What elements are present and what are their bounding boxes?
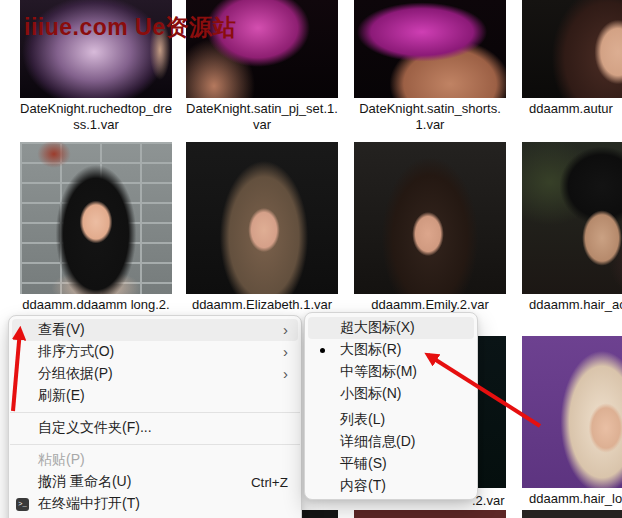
menu-separator — [10, 412, 300, 413]
file-thumbnail — [20, 142, 172, 294]
menu-item-paste[interactable]: 粘贴(P) — [12, 449, 298, 471]
submenu-item-large-icons[interactable]: 大图标(R) — [308, 339, 474, 361]
menu-item-label: 小图标(N) — [340, 385, 401, 403]
file-name: ddaamm.Elizabeth.1.var — [186, 297, 338, 313]
file-item[interactable]: DateKnight.satin_shorts.1.var — [354, 0, 506, 133]
file-item[interactable]: ddaamm.autur — [522, 0, 622, 117]
chevron-right-icon: › — [283, 344, 288, 359]
terminal-icon: >_ — [16, 498, 29, 511]
file-thumbnail — [522, 336, 622, 488]
file-thumbnail[interactable] — [354, 510, 506, 518]
watermark: iiiue.com Ue资源站 — [24, 12, 236, 43]
submenu-item-content[interactable]: 内容(T) — [308, 475, 474, 497]
menu-separator — [10, 444, 300, 445]
submenu-item-details[interactable]: 详细信息(D) — [308, 431, 474, 453]
chevron-right-icon: › — [283, 322, 288, 337]
file-name: ddaamm.ddaamm long.2. — [20, 297, 172, 313]
menu-item-label: 中等图标(M) — [340, 363, 417, 381]
file-item[interactable]: ddaamm.hair_lor — [522, 336, 622, 507]
menu-item-refresh[interactable]: 刷新(E) — [12, 385, 298, 407]
file-name: ddaamm.hair_lor — [522, 491, 622, 507]
submenu-item-small-icons[interactable]: 小图标(N) — [308, 383, 474, 405]
menu-item-label: 大图标(R) — [340, 341, 401, 359]
file-name: DateKnight.satin_shorts.1.var — [354, 101, 506, 133]
menu-item-label: 在终端中打开(T) — [38, 495, 140, 513]
file-item[interactable]: ddaamm.hair_ac — [522, 142, 622, 313]
submenu-item-list[interactable]: 列表(L) — [308, 409, 474, 431]
menu-item-shortcut: Ctrl+Z — [251, 475, 288, 490]
file-thumbnail — [354, 0, 506, 98]
menu-item-label: 刷新(E) — [38, 387, 85, 405]
menu-item-label: 撤消 重命名(U) — [38, 473, 131, 491]
menu-item-view[interactable]: 查看(V) › — [12, 319, 298, 341]
menu-item-label: 列表(L) — [340, 411, 385, 429]
file-thumbnail — [522, 0, 622, 98]
menu-item-customize-folder[interactable]: 自定义文件夹(F)... — [12, 417, 298, 439]
file-item[interactable]: ddaamm.Emily.2.var — [354, 142, 506, 313]
file-name: ddaamm.autur — [522, 101, 622, 117]
view-submenu: 超大图标(X) 大图标(R) 中等图标(M) 小图标(N) 列表(L) 详细信息… — [304, 312, 478, 500]
file-name: ddaamm.hair_ac — [522, 297, 622, 313]
menu-item-sort-by[interactable]: 排序方式(O) › — [12, 341, 298, 363]
submenu-item-tiles[interactable]: 平铺(S) — [308, 453, 474, 475]
file-name: DateKnight.ruchedtop_dress.1.var — [20, 101, 172, 133]
menu-item-group-by[interactable]: 分组依据(P) › — [12, 363, 298, 385]
menu-item-label: 自定义文件夹(F)... — [38, 419, 152, 437]
chevron-right-icon: › — [283, 366, 288, 381]
file-thumbnail — [522, 142, 622, 294]
submenu-item-medium-icons[interactable]: 中等图标(M) — [308, 361, 474, 383]
menu-item-open-in-terminal[interactable]: >_ 在终端中打开(T) — [12, 493, 298, 515]
file-explorer-canvas: iiiue.com Ue资源站 DateKnight.ruchedtop_dre… — [0, 0, 622, 518]
file-thumbnail — [354, 142, 506, 294]
file-thumbnail — [186, 142, 338, 294]
menu-item-label: 查看(V) — [38, 321, 85, 339]
file-item[interactable]: ddaamm.Elizabeth.1.var — [186, 142, 338, 313]
context-menu: 查看(V) › 排序方式(O) › 分组依据(P) › 刷新(E) 自定义文件夹… — [8, 315, 302, 518]
radio-selected-icon — [320, 348, 325, 353]
menu-item-label: 排序方式(O) — [38, 343, 114, 361]
file-name: ddaamm.Emily.2.var — [354, 297, 506, 313]
menu-item-label: 超大图标(X) — [340, 319, 415, 337]
menu-item-label: 详细信息(D) — [340, 433, 415, 451]
menu-item-label: 内容(T) — [340, 477, 386, 495]
menu-item-label: 平铺(S) — [340, 455, 387, 473]
file-item[interactable]: ddaamm.ddaamm long.2. — [20, 142, 172, 313]
submenu-item-extra-large-icons[interactable]: 超大图标(X) — [308, 317, 474, 339]
menu-item-undo-rename[interactable]: 撤消 重命名(U) Ctrl+Z — [12, 471, 298, 493]
file-name: DateKnight.satin_pj_set.1.var — [186, 101, 338, 133]
file-thumbnail[interactable] — [522, 510, 622, 518]
menu-item-label: 分组依据(P) — [38, 365, 113, 383]
menu-item-label: 粘贴(P) — [38, 451, 85, 469]
